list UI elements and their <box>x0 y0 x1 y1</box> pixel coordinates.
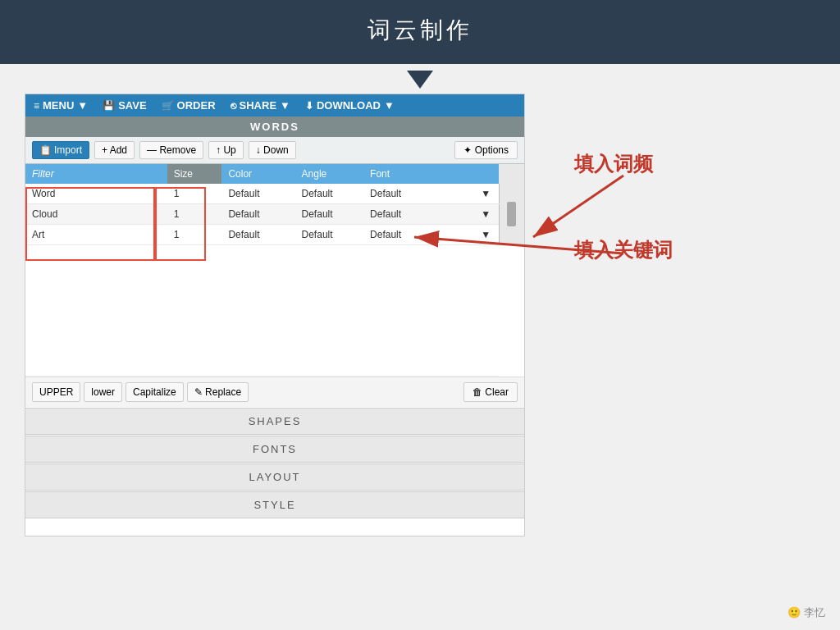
freq-annotation: 填入词频 <box>574 151 653 177</box>
font-cell: Default <box>363 225 473 245</box>
words-table: Filter Size Color Angle Font Word 1 Defa… <box>25 164 524 377</box>
menu-icon: ≡ <box>34 100 39 112</box>
size-cell: 1 <box>167 204 222 225</box>
dropdown-cell[interactable]: ▼ <box>473 184 500 204</box>
angle-cell: Default <box>295 204 364 225</box>
download-icon: ⬇ <box>305 100 313 112</box>
save-icon: 💾 <box>103 100 115 112</box>
angle-cell: Default <box>295 225 364 245</box>
upper-button[interactable]: UPPER <box>32 382 80 402</box>
angle-cell: Default <box>295 184 364 204</box>
share-icon: ⎋ <box>231 100 236 112</box>
size-cell: 1 <box>167 184 222 204</box>
main-area: ≡ MENU ▼ 💾 SAVE 🛒 ORDER ⎋ SHARE ▼ ⬇ DOWN… <box>0 94 840 536</box>
word-cell: Art <box>25 225 167 245</box>
dropdown-cell[interactable]: ▼ <box>473 204 500 225</box>
words-section-header: WORDS <box>25 116 524 137</box>
app-panel: ≡ MENU ▼ 💾 SAVE 🛒 ORDER ⎋ SHARE ▼ ⬇ DOWN… <box>25 94 525 536</box>
clear-button[interactable]: 🗑 Clear <box>463 382 518 402</box>
arrow-down-indicator <box>0 71 840 89</box>
capitalize-button[interactable]: Capitalize <box>126 382 184 402</box>
save-button[interactable]: 💾 SAVE <box>103 99 146 112</box>
add-button[interactable]: + Add <box>94 141 135 159</box>
menu-button[interactable]: ≡ MENU ▼ <box>34 99 88 112</box>
size-cell: 1 <box>167 225 222 245</box>
shapes-section[interactable]: SHAPES <box>25 408 524 435</box>
svg-line-1 <box>533 176 623 237</box>
dropdown-cell[interactable]: ▼ <box>473 225 500 245</box>
table-empty-row <box>25 245 524 377</box>
arrow-down-shape <box>407 71 433 89</box>
up-button[interactable]: ↑ Up <box>208 141 244 159</box>
options-button[interactable]: ✦ Options <box>454 141 518 159</box>
color-cell: Default <box>221 184 294 204</box>
action-row: 📋 Import + Add — Remove ↑ Up ↓ Down ✦ Op… <box>25 137 524 164</box>
col-header-angle: Angle <box>295 164 364 184</box>
arrows-svg <box>525 94 815 536</box>
remove-button[interactable]: — Remove <box>139 141 203 159</box>
layout-section[interactable]: LAYOUT <box>25 463 524 491</box>
import-icon: 📋 <box>39 144 52 156</box>
word-cell: Cloud <box>25 204 167 225</box>
col-scrollbar <box>499 164 524 184</box>
watermark: 🙂 李忆 <box>788 605 825 620</box>
lower-button[interactable]: lower <box>84 382 122 402</box>
download-button[interactable]: ⬇ DOWNLOAD ▼ <box>305 99 395 112</box>
col-header-color: Color <box>221 164 294 184</box>
fonts-section[interactable]: FONTS <box>25 436 524 463</box>
table-row[interactable]: Word 1 Default Default Default ▼ <box>25 184 524 204</box>
header-title: 词云制作 <box>368 17 472 43</box>
keyword-annotation: 填入关键词 <box>574 237 673 263</box>
replace-button[interactable]: ✎ Replace <box>187 382 249 402</box>
style-section[interactable]: STYLE <box>25 491 524 518</box>
table-row[interactable]: Cloud 1 Default Default Default ▼ <box>25 204 524 225</box>
scrollbar-area <box>499 184 524 245</box>
col-header-font: Font <box>363 164 473 184</box>
col-header-dropdown <box>473 164 500 184</box>
order-button[interactable]: 🛒 ORDER <box>162 99 216 112</box>
color-cell: Default <box>221 225 294 245</box>
font-cell: Default <box>363 204 473 225</box>
page-header: 词云制作 <box>0 0 840 64</box>
order-icon: 🛒 <box>162 100 174 112</box>
bottom-toolbar: UPPER lower Capitalize ✎ Replace 🗑 Clear <box>25 377 524 407</box>
col-header-size: Size <box>167 164 222 184</box>
top-toolbar: ≡ MENU ▼ 💾 SAVE 🛒 ORDER ⎋ SHARE ▼ ⬇ DOWN… <box>25 94 524 116</box>
words-table-container: Filter Size Color Angle Font Word 1 Defa… <box>25 164 524 377</box>
color-cell: Default <box>221 204 294 225</box>
font-cell: Default <box>363 184 473 204</box>
share-button[interactable]: ⎋ SHARE ▼ <box>231 99 290 112</box>
col-header-filter: Filter <box>25 164 167 184</box>
import-button[interactable]: 📋 Import <box>32 141 89 159</box>
table-row[interactable]: Art 1 Default Default Default ▼ <box>25 225 524 245</box>
down-button[interactable]: ↓ Down <box>249 141 296 159</box>
annotation-panel: 填入词频 填入关键词 <box>525 94 815 536</box>
word-cell: Word <box>25 184 167 204</box>
